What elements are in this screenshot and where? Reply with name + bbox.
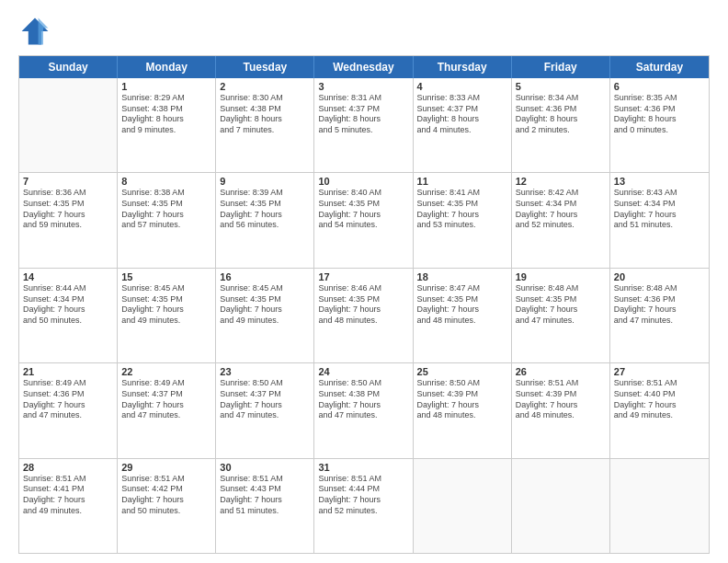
- logo: [18, 15, 55, 48]
- day-cell-27: 27Sunrise: 8:51 AM Sunset: 4:40 PM Dayli…: [610, 363, 709, 457]
- calendar-row-2: 14Sunrise: 8:44 AM Sunset: 4:34 PM Dayli…: [19, 269, 709, 363]
- day-info: Sunrise: 8:47 AM Sunset: 4:35 PM Dayligh…: [417, 283, 507, 327]
- page: SundayMondayTuesdayWednesdayThursdayFrid…: [0, 0, 728, 563]
- day-info: Sunrise: 8:49 AM Sunset: 4:36 PM Dayligh…: [23, 378, 113, 421]
- day-info: Sunrise: 8:42 AM Sunset: 4:34 PM Dayligh…: [516, 188, 606, 231]
- day-number: 6: [614, 81, 705, 92]
- day-cell-9: 9Sunrise: 8:39 AM Sunset: 4:35 PM Daylig…: [216, 173, 314, 267]
- day-info: Sunrise: 8:51 AM Sunset: 4:41 PM Dayligh…: [23, 474, 113, 517]
- day-cell-8: 8Sunrise: 8:38 AM Sunset: 4:35 PM Daylig…: [118, 173, 216, 267]
- day-info: Sunrise: 8:51 AM Sunset: 4:43 PM Dayligh…: [220, 474, 310, 517]
- day-info: Sunrise: 8:31 AM Sunset: 4:37 PM Dayligh…: [318, 93, 408, 136]
- day-info: Sunrise: 8:30 AM Sunset: 4:38 PM Dayligh…: [220, 93, 310, 136]
- day-cell-16: 16Sunrise: 8:45 AM Sunset: 4:35 PM Dayli…: [216, 269, 314, 362]
- day-info: Sunrise: 8:51 AM Sunset: 4:42 PM Dayligh…: [121, 474, 211, 517]
- day-info: Sunrise: 8:50 AM Sunset: 4:39 PM Dayligh…: [417, 378, 507, 421]
- calendar-row-0: 1Sunrise: 8:29 AM Sunset: 4:38 PM Daylig…: [19, 78, 709, 173]
- day-cell-28: 28Sunrise: 8:51 AM Sunset: 4:41 PM Dayli…: [19, 459, 118, 553]
- day-cell-2: 2Sunrise: 8:30 AM Sunset: 4:38 PM Daylig…: [216, 78, 314, 172]
- day-info: Sunrise: 8:35 AM Sunset: 4:36 PM Dayligh…: [614, 93, 705, 136]
- day-number: 5: [516, 81, 606, 92]
- day-number: 13: [614, 176, 705, 187]
- day-cell-31: 31Sunrise: 8:51 AM Sunset: 4:44 PM Dayli…: [314, 459, 413, 553]
- day-number: 19: [516, 271, 606, 282]
- day-number: 21: [23, 366, 113, 377]
- header: [18, 15, 710, 48]
- day-cell-15: 15Sunrise: 8:45 AM Sunset: 4:35 PM Dayli…: [118, 269, 216, 362]
- day-info: Sunrise: 8:29 AM Sunset: 4:38 PM Dayligh…: [121, 93, 211, 136]
- calendar: SundayMondayTuesdayWednesdayThursdayFrid…: [18, 55, 710, 554]
- weekday-header-monday: Monday: [118, 56, 216, 78]
- weekday-header-friday: Friday: [512, 56, 610, 78]
- day-info: Sunrise: 8:51 AM Sunset: 4:44 PM Dayligh…: [318, 474, 408, 517]
- day-cell-empty-4-5: [512, 459, 610, 553]
- day-info: Sunrise: 8:36 AM Sunset: 4:35 PM Dayligh…: [23, 188, 113, 231]
- day-cell-13: 13Sunrise: 8:43 AM Sunset: 4:34 PM Dayli…: [610, 173, 709, 267]
- day-cell-3: 3Sunrise: 8:31 AM Sunset: 4:37 PM Daylig…: [314, 78, 413, 172]
- day-number: 15: [121, 271, 211, 282]
- day-info: Sunrise: 8:33 AM Sunset: 4:37 PM Dayligh…: [417, 93, 507, 136]
- day-cell-7: 7Sunrise: 8:36 AM Sunset: 4:35 PM Daylig…: [19, 173, 118, 267]
- day-number: 18: [417, 271, 507, 282]
- day-number: 30: [220, 462, 310, 473]
- day-info: Sunrise: 8:51 AM Sunset: 4:39 PM Dayligh…: [516, 378, 606, 421]
- day-number: 23: [220, 366, 310, 377]
- day-info: Sunrise: 8:41 AM Sunset: 4:35 PM Dayligh…: [417, 188, 507, 231]
- day-number: 29: [121, 462, 211, 473]
- day-info: Sunrise: 8:34 AM Sunset: 4:36 PM Dayligh…: [516, 93, 606, 136]
- day-cell-20: 20Sunrise: 8:48 AM Sunset: 4:36 PM Dayli…: [610, 269, 709, 362]
- day-number: 2: [220, 81, 310, 92]
- day-cell-10: 10Sunrise: 8:40 AM Sunset: 4:35 PM Dayli…: [314, 173, 413, 267]
- day-cell-21: 21Sunrise: 8:49 AM Sunset: 4:36 PM Dayli…: [19, 363, 118, 457]
- day-info: Sunrise: 8:49 AM Sunset: 4:37 PM Dayligh…: [121, 378, 211, 421]
- weekday-header-saturday: Saturday: [610, 56, 709, 78]
- day-number: 3: [318, 81, 408, 92]
- day-cell-25: 25Sunrise: 8:50 AM Sunset: 4:39 PM Dayli…: [414, 363, 512, 457]
- day-info: Sunrise: 8:51 AM Sunset: 4:40 PM Dayligh…: [614, 378, 705, 421]
- day-number: 27: [614, 366, 705, 377]
- calendar-row-1: 7Sunrise: 8:36 AM Sunset: 4:35 PM Daylig…: [19, 173, 709, 268]
- day-number: 28: [23, 462, 113, 473]
- day-number: 16: [220, 271, 310, 282]
- logo-icon: [18, 15, 51, 48]
- day-number: 12: [516, 176, 606, 187]
- day-info: Sunrise: 8:39 AM Sunset: 4:35 PM Dayligh…: [220, 188, 310, 231]
- day-cell-17: 17Sunrise: 8:46 AM Sunset: 4:35 PM Dayli…: [314, 269, 413, 362]
- day-cell-1: 1Sunrise: 8:29 AM Sunset: 4:38 PM Daylig…: [118, 78, 216, 172]
- day-number: 9: [220, 176, 310, 187]
- weekday-header-wednesday: Wednesday: [314, 56, 413, 78]
- weekday-header-sunday: Sunday: [19, 56, 118, 78]
- day-cell-19: 19Sunrise: 8:48 AM Sunset: 4:35 PM Dayli…: [512, 269, 610, 362]
- weekday-header-tuesday: Tuesday: [216, 56, 314, 78]
- day-number: 31: [318, 462, 408, 473]
- day-cell-18: 18Sunrise: 8:47 AM Sunset: 4:35 PM Dayli…: [414, 269, 512, 362]
- day-number: 22: [121, 366, 211, 377]
- day-cell-11: 11Sunrise: 8:41 AM Sunset: 4:35 PM Dayli…: [414, 173, 512, 267]
- day-cell-empty-0-0: [19, 78, 118, 172]
- svg-marker-0: [22, 18, 49, 45]
- day-info: Sunrise: 8:50 AM Sunset: 4:38 PM Dayligh…: [318, 378, 408, 421]
- day-cell-23: 23Sunrise: 8:50 AM Sunset: 4:37 PM Dayli…: [216, 363, 314, 457]
- day-cell-12: 12Sunrise: 8:42 AM Sunset: 4:34 PM Dayli…: [512, 173, 610, 267]
- day-info: Sunrise: 8:43 AM Sunset: 4:34 PM Dayligh…: [614, 188, 705, 231]
- day-number: 17: [318, 271, 408, 282]
- day-cell-29: 29Sunrise: 8:51 AM Sunset: 4:42 PM Dayli…: [118, 459, 216, 553]
- day-number: 26: [516, 366, 606, 377]
- day-info: Sunrise: 8:40 AM Sunset: 4:35 PM Dayligh…: [318, 188, 408, 231]
- day-number: 8: [121, 176, 211, 187]
- day-number: 7: [23, 176, 113, 187]
- day-cell-4: 4Sunrise: 8:33 AM Sunset: 4:37 PM Daylig…: [414, 78, 512, 172]
- day-cell-24: 24Sunrise: 8:50 AM Sunset: 4:38 PM Dayli…: [314, 363, 413, 457]
- day-number: 14: [23, 271, 113, 282]
- day-info: Sunrise: 8:45 AM Sunset: 4:35 PM Dayligh…: [220, 283, 310, 327]
- day-number: 25: [417, 366, 507, 377]
- calendar-row-4: 28Sunrise: 8:51 AM Sunset: 4:41 PM Dayli…: [19, 459, 709, 553]
- day-info: Sunrise: 8:44 AM Sunset: 4:34 PM Dayligh…: [23, 283, 113, 327]
- day-number: 1: [121, 81, 211, 92]
- day-info: Sunrise: 8:48 AM Sunset: 4:36 PM Dayligh…: [614, 283, 705, 327]
- calendar-body: 1Sunrise: 8:29 AM Sunset: 4:38 PM Daylig…: [19, 78, 709, 553]
- weekday-header-thursday: Thursday: [414, 56, 512, 78]
- day-number: 10: [318, 176, 408, 187]
- day-cell-6: 6Sunrise: 8:35 AM Sunset: 4:36 PM Daylig…: [610, 78, 709, 172]
- day-info: Sunrise: 8:48 AM Sunset: 4:35 PM Dayligh…: [516, 283, 606, 327]
